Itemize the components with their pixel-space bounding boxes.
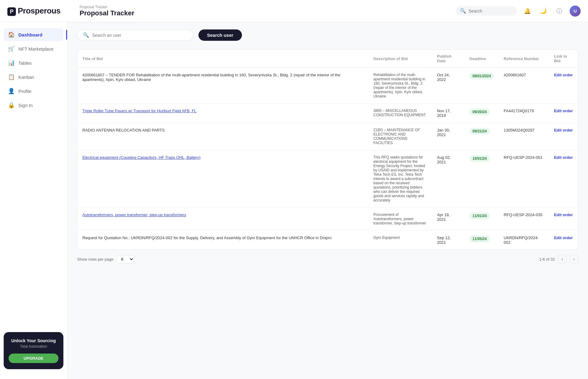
upgrade-button[interactable]: UPGRADE	[9, 354, 58, 363]
logo-icon: P	[7, 7, 16, 16]
reference-number-cell: RFQ-UESP-2024-035	[499, 208, 549, 231]
sidebar-nav: 🏠Dashboard🛒NFT Marketplace📊Tables📋Kanban…	[0, 28, 67, 112]
publish-date-cell: Apr 19, 2021	[432, 208, 465, 231]
kanban-icon: 📋	[8, 74, 15, 80]
logo-area: PProsperous	[7, 6, 75, 16]
avatar[interactable]: U	[570, 6, 581, 17]
upgrade-subtitle: Total Automation	[9, 344, 58, 349]
publish-date-cell: Oct 24, 2022	[432, 68, 465, 104]
bids-table: Title of BidDescription of BidPublish Da…	[77, 50, 578, 250]
bid-title-link[interactable]: Autotransformers, power transformer, ste…	[82, 212, 186, 217]
bid-description-cell: Gym Equipment	[368, 231, 432, 250]
pagination-summary: 1-6 of 32	[539, 257, 555, 262]
table-row: 4200661607 – TENDER FOR Rehabilitation o…	[77, 68, 578, 104]
publish-date-cell: Jan 30, 2021	[432, 123, 465, 150]
sidebar-label-signin: Sign In	[18, 103, 33, 108]
edit-order-link[interactable]: Edit order	[554, 109, 573, 113]
table-row: Autotransformers, power transformer, ste…	[77, 208, 578, 231]
user-search-icon: 🔍	[83, 32, 89, 38]
col-deadline: Deadline	[465, 50, 499, 68]
nft-icon: 🛒	[8, 45, 15, 52]
reference-number-cell: 1305M324Q0297	[499, 123, 549, 150]
sidebar-item-profile[interactable]: 👤Profile	[4, 85, 63, 98]
publish-date-cell: Sep 12, 2021	[432, 231, 465, 250]
reference-number-cell: 4200661607	[499, 68, 549, 104]
reference-number-cell: FA441724Q0179	[499, 104, 549, 123]
bid-title-text: RADIO ANTENNA RELOCATION AND PARTS	[82, 128, 165, 132]
bids-table-container: Title of BidDescription of BidPublish Da…	[77, 49, 578, 250]
bid-description-cell: Z1BG – MAINTENANCE OF ELECTRONIC AND COM…	[368, 123, 432, 150]
deadline-cell: 09/20/24	[465, 104, 499, 123]
deadline-cell: 11/05/24	[465, 231, 499, 250]
deadline-badge: 09/20/24	[469, 109, 490, 115]
header-actions: 🔍 🔔 🌙 ⓘ U	[456, 6, 581, 17]
upgrade-title: Unlock Your Sourcing	[9, 338, 58, 343]
sidebar-item-signin[interactable]: 🔒Sign In	[4, 99, 63, 112]
deadline-cell: 08/01/2024	[465, 68, 499, 104]
link-to-bid-cell[interactable]: Edit order	[549, 150, 578, 208]
bid-title-cell: 4200661607 – TENDER FOR Rehabilitation o…	[77, 68, 368, 104]
app-logo[interactable]: PProsperous	[7, 6, 61, 16]
sidebar-item-tables[interactable]: 📊Tables	[4, 56, 63, 69]
bid-description-cell: 3895 – MISCELLANEOUS CONSTRUCTION EQUIPM…	[368, 104, 432, 123]
col-title-of-bid: Title of Bid	[77, 50, 368, 68]
sidebar: 🏠Dashboard🛒NFT Marketplace📊Tables📋Kanban…	[0, 22, 67, 379]
sidebar-label-nft: NFT Marketplace	[18, 46, 54, 52]
sidebar-item-nft[interactable]: 🛒NFT Marketplace	[4, 42, 63, 55]
deadline-cell: 11/01/24	[465, 208, 499, 231]
reference-number-cell: UKRDN/RFQ/2024-002	[499, 231, 549, 250]
bid-title-text: 4200661607 – TENDER FOR Rehabilitation o…	[82, 73, 340, 82]
help-icon-button[interactable]: ⓘ	[554, 6, 565, 17]
user-search-box[interactable]: 🔍	[77, 29, 194, 41]
edit-order-link[interactable]: Edit order	[554, 155, 573, 160]
breadcrumb: Proposal Tracker	[80, 5, 456, 9]
bid-title-cell[interactable]: Triple Roller Tube Pavers w/ Transport f…	[77, 104, 368, 123]
link-to-bid-cell[interactable]: Edit order	[549, 208, 578, 231]
sidebar-label-dashboard: Dashboard	[18, 32, 42, 37]
bid-description-cell: Procurement of Autotransformers, power t…	[368, 208, 432, 231]
prev-page-button[interactable]: ‹	[558, 255, 567, 263]
table-header: Title of BidDescription of BidPublish Da…	[77, 50, 578, 68]
table-body: 4200661607 – TENDER FOR Rehabilitation o…	[77, 68, 578, 250]
rows-per-page: Show rows per page 6102550	[77, 255, 134, 263]
bid-title-cell: RADIO ANTENNA RELOCATION AND PARTS	[77, 123, 368, 150]
sidebar-item-dashboard[interactable]: 🏠Dashboard	[4, 28, 63, 41]
edit-order-link[interactable]: Edit order	[554, 73, 573, 77]
bid-title-text: Request for Quotation No.: UKRDN/RFQ/202…	[82, 235, 332, 240]
tables-icon: 📊	[8, 59, 15, 66]
notification-bell-button[interactable]: 🔔	[522, 6, 533, 17]
dark-mode-toggle[interactable]: 🌙	[538, 6, 549, 17]
deadline-badge: 09/21/24	[469, 128, 490, 135]
col-link-to-bid: Link to Bid	[549, 50, 578, 68]
main-layout: 🏠Dashboard🛒NFT Marketplace📊Tables📋Kanban…	[0, 22, 588, 379]
search-user-button[interactable]: Search user	[198, 29, 242, 41]
edit-order-link[interactable]: Edit order	[554, 235, 573, 240]
link-to-bid-cell[interactable]: Edit order	[549, 123, 578, 150]
rows-per-page-select[interactable]: 6102550	[117, 255, 134, 263]
bid-title-cell[interactable]: Autotransformers, power transformer, ste…	[77, 208, 368, 231]
bid-title-link[interactable]: Triple Roller Tube Pavers w/ Transport f…	[82, 109, 196, 113]
bid-title-link[interactable]: Electrical equipment (Coupling Capacitor…	[82, 155, 201, 160]
publish-date-cell: Nov 17, 2019	[432, 104, 465, 123]
deadline-cell: 10/01/24	[465, 150, 499, 208]
link-to-bid-cell[interactable]: Edit order	[549, 68, 578, 104]
col-reference-number: Reference Number	[499, 50, 549, 68]
signin-icon: 🔒	[8, 102, 15, 109]
deadline-cell: 09/21/24	[465, 123, 499, 150]
rows-per-page-label: Show rows per page	[77, 257, 114, 262]
sidebar-item-kanban[interactable]: 📋Kanban	[4, 71, 63, 83]
table-row: Request for Quotation No.: UKRDN/RFQ/202…	[77, 231, 578, 250]
global-search-input[interactable]	[469, 9, 513, 13]
header-title-area: Proposal Tracker Proposal Tracker	[75, 5, 456, 17]
search-icon: 🔍	[460, 8, 466, 14]
next-page-button[interactable]: ›	[570, 255, 578, 263]
bid-title-cell[interactable]: Electrical equipment (Coupling Capacitor…	[77, 150, 368, 208]
table-row: Electrical equipment (Coupling Capacitor…	[77, 150, 578, 208]
global-search-box[interactable]: 🔍	[456, 6, 517, 16]
link-to-bid-cell[interactable]: Edit order	[549, 231, 578, 250]
link-to-bid-cell[interactable]: Edit order	[549, 104, 578, 123]
edit-order-link[interactable]: Edit order	[554, 212, 573, 217]
edit-order-link[interactable]: Edit order	[554, 128, 573, 132]
user-search-input[interactable]	[92, 33, 188, 38]
col-description-of-bid: Description of Bid	[368, 50, 432, 68]
